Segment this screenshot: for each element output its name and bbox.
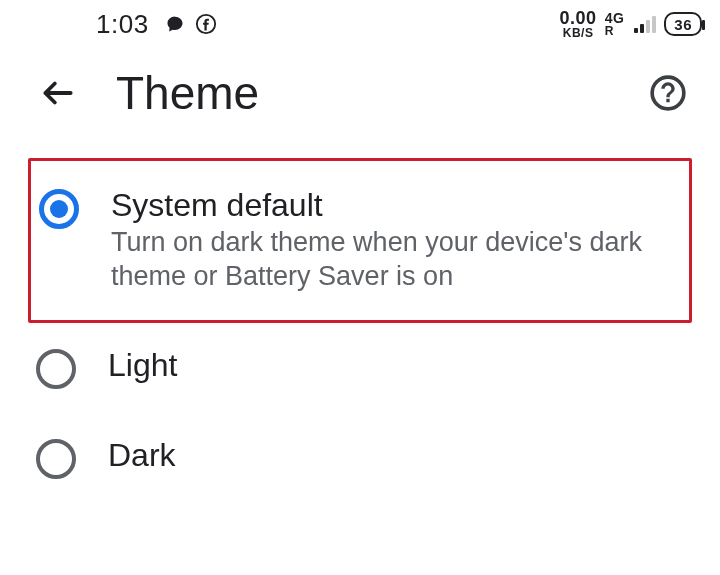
option-text: Dark [108,437,176,474]
radio-checked-icon [39,189,79,229]
help-button[interactable] [644,69,692,117]
highlight-annotation: System default Turn on dark theme when y… [28,158,692,323]
data-speed-unit: KB/S [563,27,594,39]
option-system-default[interactable]: System default Turn on dark theme when y… [31,163,689,318]
status-right: 0.00 KB/S 4G R 36 [560,9,702,39]
network-roaming: R [605,25,615,37]
screen: 1:03 0.00 KB/S 4G R 36 [0,0,720,575]
arrow-left-icon [39,74,77,112]
page-title: Theme [116,66,259,120]
option-subtitle: Turn on dark theme when your device's da… [111,226,651,294]
option-title: Dark [108,437,176,474]
data-speed: 0.00 KB/S [560,9,597,39]
theme-options: System default Turn on dark theme when y… [0,138,720,503]
data-speed-value: 0.00 [560,9,597,27]
notification-facebook-icon [195,13,217,35]
notification-chat-icon [165,14,185,34]
option-text: Light [108,347,177,384]
help-circle-icon [648,73,688,113]
status-time: 1:03 [96,9,149,40]
signal-strength-icon [634,15,656,33]
radio-unchecked-icon [36,349,76,389]
option-text: System default Turn on dark theme when y… [111,187,651,294]
app-bar: Theme [0,48,720,138]
status-icons-left [165,13,217,35]
option-title: Light [108,347,177,384]
radio-unchecked-icon [36,439,76,479]
status-bar: 1:03 0.00 KB/S 4G R 36 [0,0,720,48]
option-dark[interactable]: Dark [28,413,692,503]
option-light[interactable]: Light [28,323,692,413]
network-gen: 4G [605,11,625,25]
battery-indicator: 36 [664,12,702,36]
back-button[interactable] [34,69,82,117]
network-badge: 4G R [605,11,625,37]
option-title: System default [111,187,651,224]
